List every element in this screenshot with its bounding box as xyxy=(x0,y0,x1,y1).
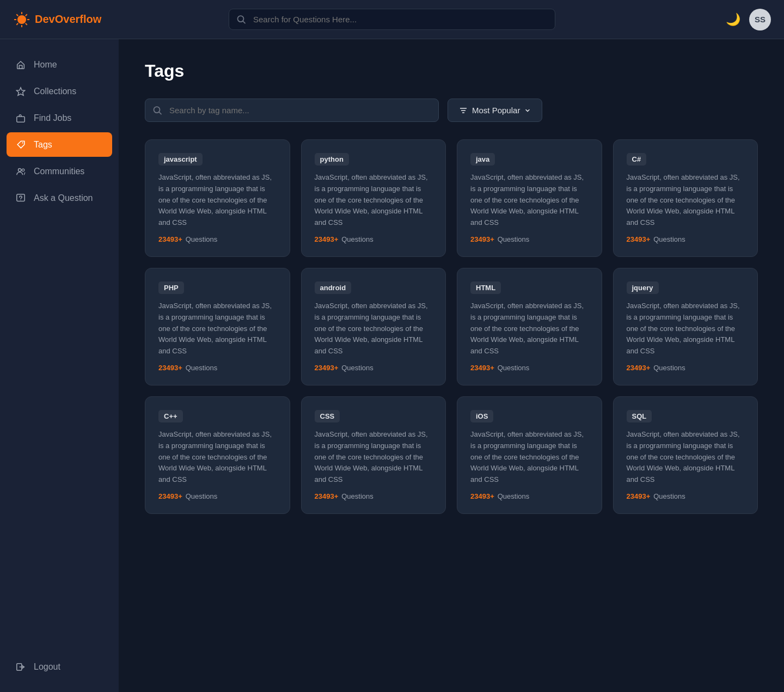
filter-button[interactable]: Most Popular xyxy=(448,99,542,122)
tag-card[interactable]: javascript JavaScript, often abbreviated… xyxy=(145,139,290,257)
tag-card[interactable]: SQL JavaScript, often abbreviated as JS,… xyxy=(613,396,758,514)
tag-card[interactable]: CSS JavaScript, often abbreviated as JS,… xyxy=(301,396,446,514)
sidebar-item-logout[interactable]: Logout xyxy=(7,654,112,679)
sidebar-item-home[interactable]: Home xyxy=(7,52,112,77)
tag-questions: 23493+ Questions xyxy=(158,364,277,372)
sidebar-nav: Home Collections Find Jobs xyxy=(0,52,119,654)
tag-questions: 23493+ Questions xyxy=(627,235,745,243)
communities-label: Communities xyxy=(34,167,84,176)
tag-questions: 23493+ Questions xyxy=(627,492,745,500)
sidebar-bottom: Logout xyxy=(0,654,119,679)
tag-count: 23493+ xyxy=(627,364,651,372)
logo-dev: Dev xyxy=(35,13,55,25)
tag-questions-label: Questions xyxy=(186,492,218,500)
tag-card[interactable]: java JavaScript, often abbreviated as JS… xyxy=(457,139,602,257)
logo-icon xyxy=(13,11,30,28)
tag-badge: java xyxy=(470,153,495,166)
tag-count: 23493+ xyxy=(158,492,182,500)
tag-card[interactable]: android JavaScript, often abbreviated as… xyxy=(301,268,446,385)
tag-desc: JavaScript, often abbreviated as JS, is … xyxy=(627,172,745,229)
tag-desc: JavaScript, often abbreviated as JS, is … xyxy=(470,429,589,486)
header: DevOverflow 🌙 SS xyxy=(0,0,784,39)
tag-card[interactable]: C++ JavaScript, often abbreviated as JS,… xyxy=(145,396,290,514)
tag-count: 23493+ xyxy=(470,492,494,500)
tag-badge: SQL xyxy=(627,410,652,422)
tag-badge: jquery xyxy=(627,281,659,294)
tag-card[interactable]: HTML JavaScript, often abbreviated as JS… xyxy=(457,268,602,385)
tag-badge: PHP xyxy=(158,281,184,294)
tag-search-icon xyxy=(152,105,162,115)
tags-label: Tags xyxy=(34,140,52,150)
svg-point-14 xyxy=(22,143,23,144)
sidebar-item-collections[interactable]: Collections xyxy=(7,79,112,103)
tag-questions-label: Questions xyxy=(653,235,685,243)
theme-toggle[interactable]: 🌙 xyxy=(726,13,740,27)
tag-questions: 23493+ Questions xyxy=(627,364,745,372)
tag-search xyxy=(145,99,439,122)
sidebar-item-communities[interactable]: Communities xyxy=(7,159,112,183)
tag-questions: 23493+ Questions xyxy=(470,364,589,372)
tag-questions: 23493+ Questions xyxy=(315,364,433,372)
avatar[interactable]: SS xyxy=(749,9,771,30)
home-label: Home xyxy=(34,60,57,70)
tags-grid: javascript JavaScript, often abbreviated… xyxy=(145,139,758,514)
filter-label: Most Popular xyxy=(472,106,520,115)
svg-line-5 xyxy=(16,14,18,16)
tag-search-input[interactable] xyxy=(145,99,439,122)
tag-badge: iOS xyxy=(470,410,493,422)
collections-label: Collections xyxy=(34,87,76,96)
tag-questions-label: Questions xyxy=(498,364,530,372)
svg-line-7 xyxy=(26,14,27,16)
tag-questions-label: Questions xyxy=(341,364,373,372)
tag-questions-label: Questions xyxy=(653,364,685,372)
tag-card[interactable]: iOS JavaScript, often abbreviated as JS,… xyxy=(457,396,602,514)
tag-badge: CSS xyxy=(315,410,340,422)
logo[interactable]: DevOverflow xyxy=(13,11,122,28)
tag-desc: JavaScript, often abbreviated as JS, is … xyxy=(627,301,745,357)
svg-line-8 xyxy=(16,23,18,25)
users-icon xyxy=(15,166,26,177)
sidebar-item-find-jobs[interactable]: Find Jobs xyxy=(7,106,112,130)
tag-questions-label: Questions xyxy=(341,235,373,243)
svg-point-9 xyxy=(238,16,244,22)
tag-count: 23493+ xyxy=(315,492,339,500)
sidebar-item-ask-question[interactable]: Ask a Question xyxy=(7,186,112,210)
tag-badge: C++ xyxy=(158,410,183,422)
tag-badge: HTML xyxy=(470,281,501,294)
tag-desc: JavaScript, often abbreviated as JS, is … xyxy=(315,429,433,486)
tag-card[interactable]: PHP JavaScript, often abbreviated as JS,… xyxy=(145,268,290,385)
question-icon xyxy=(15,192,26,204)
tag-card[interactable]: jquery JavaScript, often abbreviated as … xyxy=(613,268,758,385)
sidebar: Home Collections Find Jobs xyxy=(0,39,119,692)
tag-count: 23493+ xyxy=(470,235,494,243)
filter-row: Most Popular xyxy=(145,99,758,122)
ask-question-label: Ask a Question xyxy=(34,193,93,203)
tag-questions-label: Questions xyxy=(498,235,530,243)
tag-questions-label: Questions xyxy=(186,235,218,243)
chevron-down-icon xyxy=(524,107,531,114)
tag-card[interactable]: python JavaScript, often abbreviated as … xyxy=(301,139,446,257)
tag-questions: 23493+ Questions xyxy=(158,235,277,243)
tag-desc: JavaScript, often abbreviated as JS, is … xyxy=(315,172,433,229)
svg-point-21 xyxy=(154,107,160,113)
tag-badge: android xyxy=(315,281,352,294)
tag-questions-label: Questions xyxy=(653,492,685,500)
tag-count: 23493+ xyxy=(315,364,339,372)
logo-overflow: Overflow xyxy=(55,13,102,25)
svg-point-18 xyxy=(20,200,21,200)
header-right: 🌙 SS xyxy=(662,9,771,30)
page-title: Tags xyxy=(145,61,758,81)
tag-desc: JavaScript, often abbreviated as JS, is … xyxy=(158,301,277,357)
search-input[interactable] xyxy=(229,9,555,30)
filter-icon xyxy=(459,106,468,115)
tag-card[interactable]: C# JavaScript, often abbreviated as JS, … xyxy=(613,139,758,257)
svg-point-15 xyxy=(19,169,21,172)
tag-questions: 23493+ Questions xyxy=(470,492,589,500)
briefcase-icon xyxy=(15,112,26,124)
tag-badge: javascript xyxy=(158,153,203,166)
tag-count: 23493+ xyxy=(158,235,182,243)
tag-questions-label: Questions xyxy=(341,492,373,500)
sidebar-item-tags[interactable]: Tags xyxy=(7,132,112,157)
tag-desc: JavaScript, often abbreviated as JS, is … xyxy=(158,429,277,486)
home-icon xyxy=(15,59,26,70)
